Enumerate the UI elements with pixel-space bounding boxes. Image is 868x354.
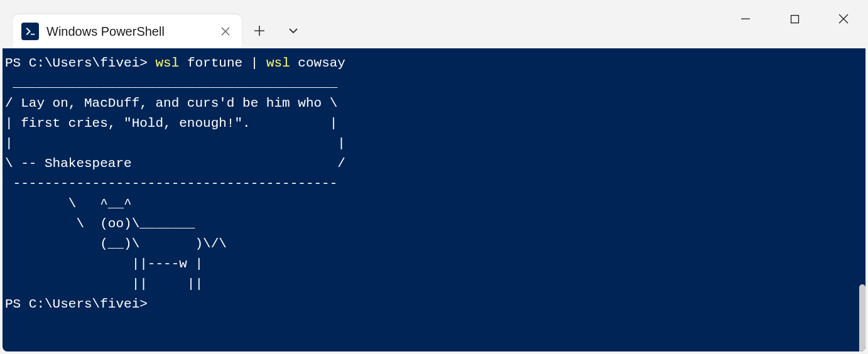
titlebar: Windows PowerShell: [0, 0, 868, 48]
tab-actions: [248, 19, 305, 42]
powershell-icon: [21, 23, 39, 40]
terminal-area[interactable]: PS C:\Users\fivei> wsl fortune | wsl cow…: [3, 48, 865, 351]
window-controls: [721, 0, 868, 38]
scrollbar-thumb[interactable]: [859, 284, 865, 351]
command-line: wsl fortune | wsl cowsay: [155, 56, 345, 70]
tab-title: Windows PowerShell: [46, 24, 210, 39]
tab-dropdown-button[interactable]: [282, 19, 305, 42]
new-tab-button[interactable]: [248, 19, 271, 42]
close-window-button[interactable]: [819, 0, 868, 38]
terminal-content: PS C:\Users\fivei> wsl fortune | wsl cow…: [5, 53, 865, 314]
tab-powershell[interactable]: Windows PowerShell: [13, 14, 242, 48]
maximize-button[interactable]: [770, 0, 819, 38]
terminal-output: ________________________________________…: [5, 76, 345, 291]
tab-close-button[interactable]: [218, 24, 233, 39]
minimize-button[interactable]: [721, 0, 770, 38]
prompt-1: PS C:\Users\fivei>: [5, 56, 155, 70]
prompt-2: PS C:\Users\fivei>: [5, 297, 148, 311]
svg-rect-0: [791, 15, 798, 23]
